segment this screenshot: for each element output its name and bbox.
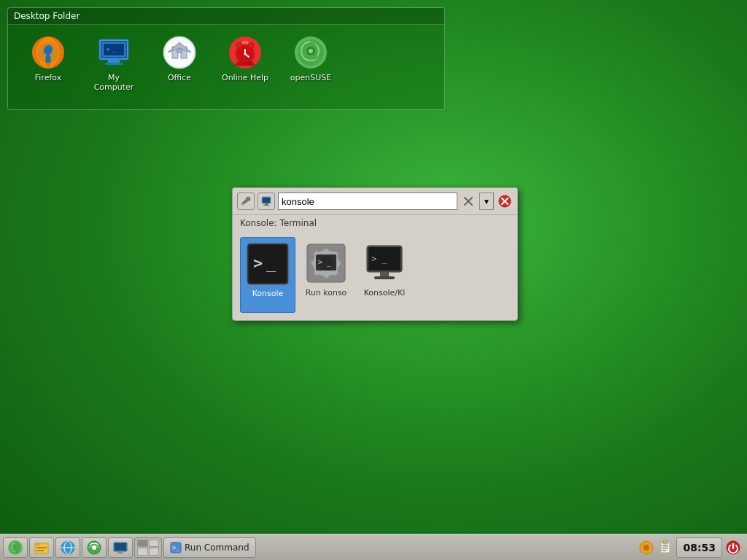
- svg-rect-80: [662, 545, 668, 547]
- result-konsole[interactable]: > _ Konsole: [240, 237, 295, 313]
- svg-rect-82: [662, 550, 666, 551]
- network-button[interactable]: [82, 537, 107, 558]
- result-konsolekde[interactable]: > _ Konsole/Kl: [357, 237, 412, 313]
- desktop-icon-firefox[interactable]: Firefox: [19, 32, 77, 95]
- onlinehelp-icon: [228, 35, 263, 70]
- svg-rect-29: [263, 205, 269, 206]
- svg-rect-75: [646, 551, 647, 553]
- tray-settings-icon[interactable]: [638, 540, 654, 556]
- konsole-result-icon: > _: [244, 241, 291, 287]
- svg-rect-69: [117, 553, 124, 553]
- start-button[interactable]: [3, 537, 28, 558]
- tray-power-icon[interactable]: [725, 540, 741, 556]
- svg-rect-67: [115, 543, 126, 551]
- pager-desktop-1[interactable]: [137, 540, 148, 548]
- desktop: Desktop Folder Firefox: [0, 0, 747, 560]
- onlinehelp-label: Online Help: [222, 73, 268, 82]
- opensuse-icon: [293, 35, 328, 70]
- opensuse-label: openSUSE: [290, 73, 331, 82]
- svg-point-24: [309, 49, 313, 53]
- svg-rect-55: [380, 272, 389, 276]
- svg-rect-8: [105, 63, 123, 65]
- runkonso-result-icon: > _: [303, 240, 349, 287]
- desktop-icon-opensuse[interactable]: openSUSE: [282, 32, 340, 95]
- dialog-close-button[interactable]: [497, 193, 513, 209]
- svg-point-18: [244, 53, 247, 55]
- svg-rect-60: [36, 550, 44, 551]
- konsole-result-label: Konsole: [252, 289, 284, 298]
- desktop-icon-mycomputer[interactable]: > _ My Computer: [85, 32, 143, 95]
- pager-desktop-4[interactable]: [149, 548, 160, 556]
- svg-rect-7: [108, 60, 120, 63]
- search-input[interactable]: [278, 192, 457, 210]
- pager-desktop-2[interactable]: [149, 540, 160, 548]
- clock-time: 08:53: [683, 542, 716, 553]
- desktop-folder-title: Desktop Folder: [8, 8, 444, 25]
- svg-rect-59: [36, 547, 47, 548]
- svg-rect-42: [324, 249, 328, 254]
- svg-rect-76: [640, 547, 643, 548]
- virtual-desktop-pager[interactable]: [134, 537, 162, 558]
- svg-point-25: [241, 203, 244, 206]
- svg-rect-77: [649, 547, 652, 548]
- result-runkonso[interactable]: > _ Run konso: [298, 237, 354, 313]
- office-icon: [162, 35, 197, 70]
- svg-text:> _: > _: [107, 47, 116, 52]
- pager-desktop-3[interactable]: [137, 548, 148, 556]
- svg-rect-56: [374, 276, 395, 279]
- display-button[interactable]: [108, 537, 133, 558]
- svg-point-20: [248, 42, 254, 48]
- result-category-label: Konsole: Terminal: [233, 215, 517, 233]
- svg-rect-79: [663, 541, 667, 544]
- mycomputer-label: My Computer: [88, 73, 140, 92]
- wrench-icon[interactable]: [237, 192, 255, 210]
- svg-rect-74: [646, 542, 647, 545]
- svg-text:> _: > _: [371, 254, 387, 264]
- svg-text:>: >: [253, 254, 263, 272]
- browser-button[interactable]: [55, 537, 80, 558]
- svg-point-19: [236, 42, 242, 48]
- run-command-label: Run Command: [185, 542, 249, 553]
- desktop-folder-panel: Desktop Folder Firefox: [7, 7, 445, 110]
- dialog-toolbar: ▼: [233, 188, 517, 215]
- desktop-icon-office[interactable]: Office: [150, 32, 209, 95]
- system-tray: 08:53: [638, 537, 744, 558]
- system-clock[interactable]: 08:53: [676, 537, 722, 558]
- search-dropdown-button[interactable]: ▼: [479, 192, 494, 210]
- svg-rect-28: [265, 203, 268, 205]
- svg-text:_: _: [266, 254, 276, 272]
- run-command-dialog: ▼ Konsole: Terminal > _: [232, 187, 518, 321]
- desktop-icons-container: Firefox > _ My: [8, 25, 444, 102]
- svg-text:>_: >_: [172, 544, 180, 551]
- firefox-label: Firefox: [35, 73, 61, 82]
- monitor-icon[interactable]: [258, 192, 275, 210]
- desktop-icon-onlinehelp[interactable]: Online Help: [216, 32, 274, 95]
- run-command-taskbar-button[interactable]: >_ Run Command: [163, 537, 256, 558]
- office-label: Office: [168, 73, 191, 82]
- svg-rect-81: [662, 548, 668, 549]
- svg-rect-68: [118, 551, 123, 553]
- konsolekde-result-label: Konsole/Kl: [364, 288, 406, 298]
- firefox-icon: [31, 35, 66, 70]
- svg-rect-43: [324, 272, 328, 278]
- mycomputer-icon: > _: [96, 35, 131, 70]
- dialog-results: > _ Konsole: [233, 233, 517, 320]
- tray-clipboard-icon[interactable]: [657, 540, 673, 556]
- svg-text:> _: > _: [318, 258, 332, 267]
- svg-point-73: [643, 545, 649, 551]
- runkonso-result-label: Run konso: [306, 288, 347, 298]
- taskbar: >_ Run Command: [0, 534, 747, 560]
- svg-rect-27: [263, 198, 270, 203]
- filemanager-button[interactable]: [29, 537, 54, 558]
- konsolekde-result-icon: > _: [361, 240, 408, 287]
- search-clear-button[interactable]: [460, 193, 476, 209]
